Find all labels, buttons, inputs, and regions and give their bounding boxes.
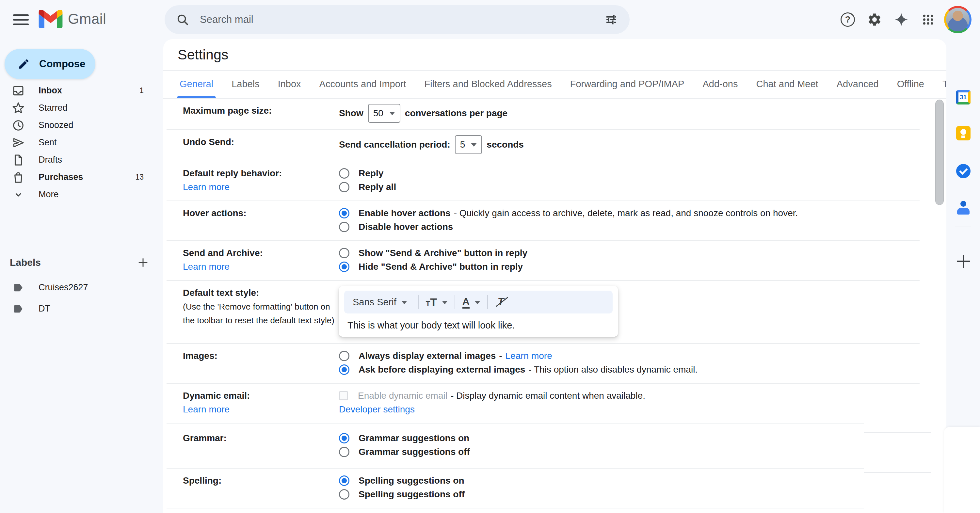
radio-enable-hover-actions[interactable] — [339, 208, 349, 218]
developer-settings-link[interactable]: Developer settings — [339, 403, 415, 416]
radio-disable-hover-actions[interactable] — [339, 222, 349, 232]
toolbar-divider — [418, 295, 418, 309]
gmail-app: Gmail Search mail ? — [0, 0, 980, 513]
tasks-button[interactable] — [951, 159, 975, 183]
radio-reply[interactable] — [339, 168, 349, 179]
option-label: Ask before displaying external images — [359, 363, 525, 376]
vertical-scrollbar[interactable] — [935, 100, 944, 205]
undo-send-suffix: seconds — [487, 138, 524, 151]
dropdown-caret-icon — [402, 301, 407, 304]
tab-filters-and-blocked-addresses[interactable]: Filters and Blocked Addresses — [424, 73, 552, 98]
cancellation-period-select[interactable]: 5 — [455, 135, 482, 154]
option-label: Always display external images — [359, 349, 496, 363]
tab-themes[interactable]: Themes — [942, 73, 947, 98]
settings-card: Settings General Labels Inbox Accounts a… — [163, 39, 947, 513]
label-name: Cruises2627 — [38, 283, 88, 292]
contacts-icon — [956, 201, 970, 215]
keep-button[interactable] — [951, 121, 975, 145]
tab-inbox[interactable]: Inbox — [277, 73, 302, 98]
pencil-icon — [18, 58, 30, 70]
settings-title-block: Settings — [163, 39, 947, 71]
radio-ask-before-displaying-images[interactable] — [339, 364, 349, 375]
page-size-select[interactable]: 50 — [368, 104, 400, 123]
label-tag-icon — [12, 282, 25, 293]
checkbox-enable-dynamic-email[interactable] — [339, 391, 348, 400]
contacts-button[interactable] — [951, 196, 975, 220]
account-button[interactable] — [944, 6, 972, 33]
sidebar-item-inbox[interactable]: Inbox 1 — [0, 82, 163, 99]
sidebar-item-purchases[interactable]: Purchases 13 — [0, 168, 163, 186]
search-bar[interactable]: Search mail — [165, 5, 630, 34]
radio-grammar-on[interactable] — [339, 433, 349, 443]
learn-more-link[interactable]: Learn more — [506, 349, 552, 363]
tab-add-ons[interactable]: Add-ons — [702, 73, 738, 98]
sidebar-item-starred[interactable]: Starred — [0, 99, 163, 117]
settings-tabs: General Labels Inbox Accounts and Import… — [163, 71, 947, 98]
sidebar-item-drafts[interactable]: Drafts — [0, 151, 163, 168]
side-panel-bottom-sheet — [944, 427, 980, 513]
label-item-dt[interactable]: DT — [0, 298, 163, 319]
create-label-button[interactable] — [136, 255, 150, 270]
font-size-button[interactable]: TT — [426, 296, 447, 308]
main-menu-button[interactable] — [9, 8, 33, 31]
label-name: DT — [38, 304, 50, 314]
sidebar-item-more[interactable]: More — [0, 186, 163, 203]
learn-more-link[interactable]: Learn more — [183, 404, 229, 415]
sidebar-item-sent[interactable]: Sent — [0, 134, 163, 151]
tab-offline[interactable]: Offline — [896, 73, 925, 98]
label-item-cruises2627[interactable]: Cruises2627 — [0, 277, 163, 298]
format-size-icon: TT — [426, 296, 437, 308]
sidebar-item-snoozed[interactable]: Snoozed — [0, 117, 163, 134]
learn-more-link[interactable]: Learn more — [183, 182, 229, 192]
tasks-icon — [956, 164, 970, 178]
tab-labels[interactable]: Labels — [231, 73, 260, 98]
checkbox-label: Enable dynamic email — [358, 389, 447, 403]
radio-spelling-on[interactable] — [339, 475, 349, 486]
radio-reply-all[interactable] — [339, 182, 349, 192]
search-options-icon[interactable] — [605, 13, 618, 26]
tab-general[interactable]: General — [179, 73, 214, 98]
nav-label: Drafts — [38, 155, 144, 165]
text-style-toolbar: Sans Serif TT A — [344, 291, 612, 313]
gmail-logo[interactable]: Gmail — [38, 10, 106, 28]
radio-hide-send-archive[interactable] — [339, 262, 349, 272]
setting-row-maximum-page-size: Maximum page size: Show 50 conversations… — [167, 98, 920, 130]
inbox-icon — [12, 84, 25, 97]
remove-formatting-button[interactable]: T — [495, 295, 508, 308]
text-color-button[interactable]: A — [462, 296, 480, 308]
label-tag-icon — [12, 303, 25, 314]
apps-button[interactable] — [915, 6, 942, 33]
tab-accounts-and-import[interactable]: Accounts and Import — [319, 73, 407, 98]
settings-button[interactable] — [861, 6, 888, 33]
gemini-button[interactable] — [888, 6, 915, 33]
option-label: Spelling suggestions on — [359, 474, 465, 488]
gear-icon — [867, 12, 882, 27]
radio-show-send-archive[interactable] — [339, 248, 349, 258]
radio-spelling-off[interactable] — [339, 489, 349, 500]
text-style-note-line2: the toolbar to reset the default text st… — [183, 313, 339, 327]
nav-label: Starred — [38, 103, 144, 113]
tab-chat-and-meet[interactable]: Chat and Meet — [755, 73, 819, 98]
learn-more-link[interactable]: Learn more — [183, 262, 229, 272]
compose-button[interactable]: Compose — [5, 49, 95, 79]
search-input[interactable]: Search mail — [200, 14, 605, 25]
radio-grammar-off[interactable] — [339, 447, 349, 457]
option-label: Grammar suggestions on — [359, 431, 469, 445]
calendar-button[interactable]: 31 — [951, 86, 975, 109]
font-family-select[interactable]: Sans Serif — [353, 297, 407, 308]
setting-row-dynamic-email: Dynamic email: Learn more Enable dynamic… — [167, 384, 920, 424]
setting-row-default-reply-behavior: Default reply behavior: Learn more Reply… — [167, 161, 920, 201]
option-label: Reply all — [359, 180, 396, 194]
tab-advanced[interactable]: Advanced — [836, 73, 880, 98]
select-value: 50 — [373, 106, 383, 120]
labels-heading: Labels — [10, 257, 41, 268]
tab-forwarding-and-pop-imap[interactable]: Forwarding and POP/IMAP — [570, 73, 685, 98]
option-label: Show "Send & Archive" button in reply — [359, 246, 527, 260]
search-icon[interactable] — [177, 13, 189, 26]
top-header: Gmail Search mail ? — [0, 0, 980, 39]
toolbar-divider — [455, 295, 455, 309]
header-actions: ? — [834, 0, 980, 39]
support-button[interactable]: ? — [834, 6, 861, 33]
get-add-ons-button[interactable] — [951, 249, 975, 273]
radio-always-display-images[interactable] — [339, 351, 349, 361]
